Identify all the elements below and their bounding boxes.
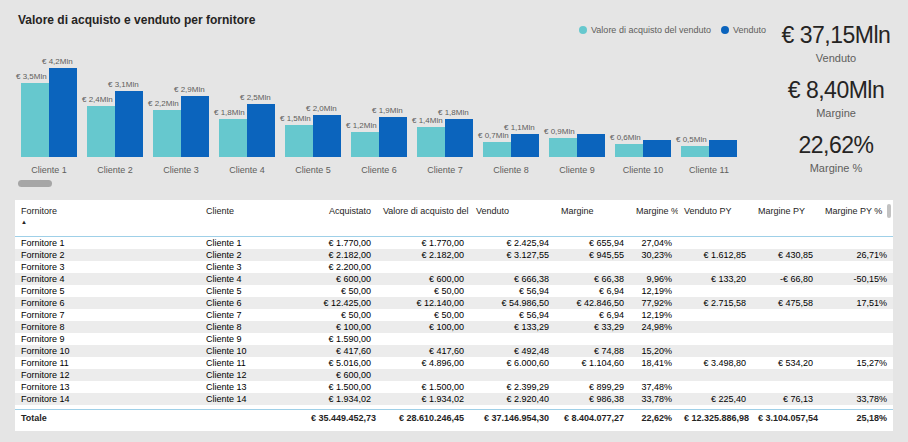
- bar-group: € 1,2Mln€ 1,9MlnCliente 6: [346, 55, 412, 175]
- table-row[interactable]: Fornitore 11Cliente 11€ 5.016,00€ 4.896,…: [15, 357, 893, 369]
- acquisto-bar[interactable]: [681, 146, 709, 157]
- table-cell: € 225,40: [678, 393, 752, 405]
- column-header-label: Margine %: [636, 206, 678, 216]
- table-vertical-scrollbar[interactable]: [887, 204, 891, 218]
- category-label: Cliente 4: [214, 165, 280, 175]
- venduto-bar[interactable]: [643, 140, 671, 157]
- acquisto-bar[interactable]: [549, 138, 577, 157]
- table-cell: [819, 236, 893, 249]
- kpi-card: € 37,15MlnVenduto: [770, 22, 902, 64]
- table-cell: [555, 369, 630, 381]
- table-cell: Fornitore 5: [15, 285, 200, 297]
- table-cell: Fornitore 8: [15, 321, 200, 333]
- table-cell: Fornitore 10: [15, 345, 200, 357]
- acquisto-bar[interactable]: [21, 83, 49, 157]
- table-cell: € 3.127,55: [470, 249, 555, 261]
- acquisto-bar[interactable]: [285, 125, 313, 157]
- kpi-column: € 37,15MlnVenduto€ 8,40MlnMargine22,62%M…: [770, 22, 902, 187]
- venduto-bar[interactable]: [709, 140, 737, 157]
- table-row[interactable]: Fornitore 2Cliente 2€ 2.182,00€ 2.182,00…: [15, 249, 893, 261]
- table-row[interactable]: Fornitore 9Cliente 9€ 1.590,00: [15, 333, 893, 345]
- acquisto-bar[interactable]: [615, 144, 643, 157]
- column-header-acquistato[interactable]: Acquistato: [305, 200, 377, 236]
- column-header-label: Margine: [561, 206, 594, 216]
- table-cell: 12,19%: [630, 285, 678, 297]
- acquisto-bar[interactable]: [351, 132, 379, 157]
- legend-item[interactable]: Venduto: [721, 25, 766, 35]
- kpi-card: € 8,40MlnMargine: [770, 77, 902, 119]
- venduto-bar[interactable]: [379, 117, 407, 157]
- table-row[interactable]: Fornitore 10Cliente 10€ 417,60€ 417,60€ …: [15, 345, 893, 357]
- table-cell: [819, 309, 893, 321]
- total-cell: € 28.610.246,45: [377, 410, 470, 428]
- table-row[interactable]: Fornitore 1Cliente 1€ 1.770,00€ 1.770,00…: [15, 236, 893, 249]
- table-row[interactable]: Fornitore 4Cliente 4€ 600,00€ 600,00€ 66…: [15, 273, 893, 285]
- column-header-cliente[interactable]: Cliente: [200, 200, 305, 236]
- table-cell: 37,48%: [630, 381, 678, 393]
- legend-item[interactable]: Valore di acquisto del venduto: [579, 25, 711, 35]
- acquisto-bar[interactable]: [219, 119, 247, 157]
- acquisto-bar[interactable]: [87, 106, 115, 157]
- table-cell: [819, 333, 893, 345]
- table-cell: [819, 321, 893, 333]
- venduto-bar[interactable]: [445, 119, 473, 157]
- table-cell: [819, 285, 893, 297]
- table-row[interactable]: Fornitore 5Cliente 5€ 50,00€ 50,00€ 56,9…: [15, 285, 893, 297]
- table-cell: [752, 381, 819, 393]
- chart-horizontal-scrollbar[interactable]: [18, 180, 52, 187]
- table-cell: € 1.934,02: [305, 393, 377, 405]
- table-cell: -50,15%: [819, 273, 893, 285]
- table-row[interactable]: Fornitore 6Cliente 6€ 12.425,00€ 12.140,…: [15, 297, 893, 309]
- table-cell: € 2.200,00: [305, 261, 377, 273]
- venduto-bar[interactable]: [247, 104, 275, 157]
- table-cell: € 2.399,29: [470, 381, 555, 393]
- bar-value-label: € 0,7Mln: [478, 131, 509, 140]
- bar-group: € 0,5MlnCliente 11: [676, 55, 742, 175]
- venduto-bar[interactable]: [511, 134, 539, 157]
- table-row[interactable]: Fornitore 13Cliente 13€ 1.500,00€ 1.500,…: [15, 381, 893, 393]
- table-row[interactable]: Fornitore 8Cliente 8€ 100,00€ 100,00€ 13…: [15, 321, 893, 333]
- table-row[interactable]: Fornitore 3Cliente 3€ 2.200,00: [15, 261, 893, 273]
- total-cell: 25,18%: [819, 410, 893, 428]
- table-cell: € 66,38: [555, 273, 630, 285]
- column-header-margine-py[interactable]: Margine PY: [752, 200, 819, 236]
- table-cell: 33,78%: [630, 393, 678, 405]
- column-header-margine-py-[interactable]: Margine PY %: [819, 200, 893, 236]
- bar-value-label: € 1,2Mln: [346, 121, 377, 130]
- venduto-bar[interactable]: [181, 96, 209, 157]
- column-header-fornitore[interactable]: Fornitore▲: [15, 200, 200, 236]
- kpi-label: Margine: [770, 107, 902, 119]
- venduto-bar[interactable]: [49, 68, 77, 157]
- column-header-valore-di-acquisto-del-venduto[interactable]: Valore di acquisto del venduto: [377, 200, 470, 236]
- bar-value-label: € 1,1Mln: [504, 123, 535, 132]
- venduto-bar[interactable]: [577, 134, 605, 157]
- acquisto-bar[interactable]: [153, 110, 181, 157]
- column-header-margine[interactable]: Margine: [555, 200, 630, 236]
- venduto-bar[interactable]: [115, 91, 143, 157]
- bar-value-label: € 1,9Mln: [372, 106, 403, 115]
- column-header-label: Valore di acquisto del venduto: [383, 206, 470, 216]
- acquisto-bar[interactable]: [417, 127, 445, 157]
- table-cell: € 6,94: [555, 309, 630, 321]
- total-cell: € 8.404.077,27: [555, 410, 630, 428]
- bar-value-label: € 2,2Mln: [148, 99, 179, 108]
- column-header-margine-[interactable]: Margine %: [630, 200, 678, 236]
- table-cell: [752, 333, 819, 345]
- table-cell: € 430,85: [752, 249, 819, 261]
- table-cell: 33,78%: [819, 393, 893, 405]
- column-header-venduto-py[interactable]: Venduto PY: [678, 200, 752, 236]
- venduto-bar[interactable]: [313, 115, 341, 157]
- column-header-venduto[interactable]: Venduto: [470, 200, 555, 236]
- table-cell: 9,96%: [630, 273, 678, 285]
- bar-group: € 1,8Mln€ 2,5MlnCliente 4: [214, 55, 280, 175]
- table-cell: [752, 345, 819, 357]
- table-cell: [678, 381, 752, 393]
- table-row[interactable]: Fornitore 14Cliente 14€ 1.934,02€ 1.934,…: [15, 393, 893, 405]
- table-cell: € 986,38: [555, 393, 630, 405]
- table-total-row: Totale€ 35.449.452,73€ 28.610.246,45€ 37…: [15, 410, 893, 428]
- table-cell: [752, 369, 819, 381]
- table-cell: [470, 333, 555, 345]
- table-row[interactable]: Fornitore 7Cliente 7€ 50,00€ 50,00€ 56,9…: [15, 309, 893, 321]
- acquisto-bar[interactable]: [483, 142, 511, 157]
- table-row[interactable]: Fornitore 12Cliente 12€ 600,00: [15, 369, 893, 381]
